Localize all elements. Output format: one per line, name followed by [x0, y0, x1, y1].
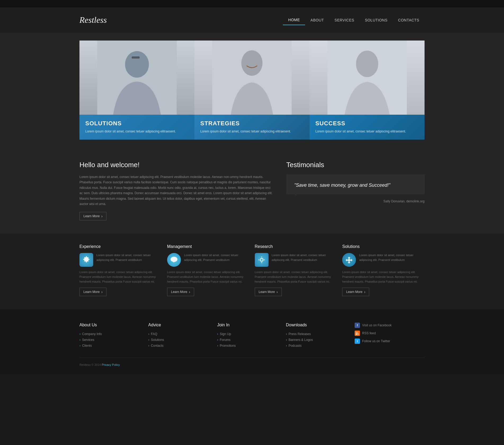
main-section: Hello and welcome! Lorem ipsum dolor sit… [0, 148, 504, 234]
twitter-link[interactable]: t Follow us on Twitter [355, 339, 425, 344]
feature-experience: Experience Lorem ipsum dolor sit amet, c… [79, 244, 162, 296]
hero-card-title-3: SUCCESS [315, 120, 419, 127]
footer-downloads-title: Downloads [286, 323, 344, 327]
footer-link-banners[interactable]: Banners & Logos [286, 338, 344, 342]
twitter-icon: t [355, 339, 360, 344]
features-grid: Experience Lorem ipsum dolor sit amet, c… [79, 244, 425, 296]
hero-card-title-2: STRATEGIES [200, 120, 304, 127]
hero-card-text-3: Lorem ipsum dolor sit amet, consec tetue… [315, 129, 419, 134]
hero-card-text-2: Lorem ipsum dolor sit amet, consec tetue… [200, 129, 304, 134]
welcome-learn-more-button[interactable]: Learn More [79, 212, 106, 220]
feature-body-experience: Lorem ipsum dolor sit amet, consec tetue… [79, 270, 162, 284]
privacy-policy-link[interactable]: Privacy Policy [102, 363, 120, 366]
feature-title-research: Research [255, 244, 337, 249]
nav-item-contacts[interactable]: CONTACTS [393, 15, 425, 25]
twitter-label: Follow us on Twitter [362, 339, 390, 343]
feature-solutions: Solutions Lorem ipsum dolor sit amet, co… [342, 244, 425, 296]
hero-card-success: SUCCESS Lorem ipsum dolor sit amet, cons… [310, 41, 425, 140]
welcome-section: Hello and welcome! Lorem ipsum dolor sit… [79, 161, 273, 220]
footer-col-advice: Advice FAQ Solutions Contacts [148, 323, 207, 350]
nav-item-services[interactable]: SERVICES [329, 15, 360, 25]
footer-joinin-title: Join In [217, 323, 275, 327]
footer-link-clients[interactable]: Clients [79, 344, 138, 348]
feature-body-solutions: Lorem ipsum dolor sit amet, consec tetue… [342, 270, 425, 284]
footer-advice-title: Advice [148, 323, 207, 327]
hero-image-1 [79, 41, 194, 115]
feature-learn-more-research[interactable]: Learn More [255, 288, 282, 296]
features-section: Experience Lorem ipsum dolor sit amet, c… [0, 234, 504, 309]
hero-image-3 [310, 41, 425, 115]
svg-point-6 [356, 51, 378, 77]
testimonial-quote: "Save time, save money, grow and Succeed… [294, 182, 417, 189]
nav-item-solutions[interactable]: SOLUTIONS [360, 15, 393, 25]
hero-card-solutions: SOLUTIONS Lorem ipsum dolor sit amet, co… [79, 41, 194, 140]
feature-short-text-research: Lorem ipsum dolor sit amet, consec tetue… [272, 253, 337, 267]
footer-about-title: About Us [79, 323, 138, 327]
hero-card-body-3: SUCCESS Lorem ipsum dolor sit amet, cons… [310, 115, 425, 140]
feature-top-experience: Lorem ipsum dolor sit amet, consec tetue… [79, 253, 162, 267]
feature-research: Research Lorem ipsum dolor sit amet, con… [255, 244, 337, 296]
feature-short-text-experience: Lorem ipsum dolor sit amet, consec tetue… [96, 253, 162, 267]
feature-title-solutions: Solutions [342, 244, 425, 249]
svg-point-9 [356, 334, 357, 335]
footer-link-contacts[interactable]: Contacts [148, 344, 207, 348]
footer: About Us Company Info Services Clients A… [0, 309, 504, 374]
feature-short-text-solutions: Lorem ipsum dolor sit amet, consec tetue… [359, 253, 425, 267]
nav-item-about[interactable]: ABOUT [305, 15, 329, 25]
svg-rect-2 [132, 56, 140, 59]
footer-link-services[interactable]: Services [79, 338, 138, 342]
footer-link-promotions[interactable]: Promotions [217, 344, 275, 348]
hero-section: SOLUTIONS Lorem ipsum dolor sit amet, co… [0, 33, 504, 148]
feature-learn-more-experience[interactable]: Learn More [79, 288, 106, 296]
feature-body-research: Lorem ipsum dolor sit amet, consec tetue… [255, 270, 337, 284]
footer-bottom: Restless © 2014 Privacy Policy [79, 358, 425, 366]
feature-short-text-management: Lorem ipsum dolor sit amet, consec tetue… [184, 253, 249, 267]
footer-link-press-releases[interactable]: Press Releases [286, 332, 344, 336]
footer-link-company-info[interactable]: Company Info [79, 332, 138, 336]
facebook-link[interactable]: f Visit us on Facebook [355, 323, 425, 328]
testimonials-section: Testimonials "Save time, save money, gro… [286, 161, 425, 220]
feature-learn-more-management[interactable]: Learn More [167, 288, 194, 296]
footer-link-solutions[interactable]: Solutions [148, 338, 207, 342]
testimonial-box: "Save time, save money, grow and Succeed… [286, 174, 425, 194]
hero-card-title-1: SOLUTIONS [85, 120, 189, 127]
feature-learn-more-solutions[interactable]: Learn More [342, 288, 369, 296]
footer-link-faq[interactable]: FAQ [148, 332, 207, 336]
welcome-title: Hello and welcome! [79, 161, 273, 169]
gear-icon [255, 253, 269, 267]
arrows-icon [342, 253, 356, 267]
rss-link[interactable]: RSS feed [355, 331, 425, 336]
hero-card-body-2: STRATEGIES Lorem ipsum dolor sit amet, c… [194, 115, 309, 140]
logo: Restless [79, 15, 107, 25]
hero-image-2 [194, 41, 309, 115]
nav: HOME ABOUT SERVICES SOLUTIONS CONTACTS [283, 15, 425, 25]
puzzle-icon [79, 253, 93, 267]
footer-columns: About Us Company Info Services Clients A… [79, 323, 425, 358]
feature-top-management: Lorem ipsum dolor sit amet, consec tetue… [167, 253, 249, 267]
svg-marker-8 [172, 261, 175, 262]
rss-label: RSS feed [362, 331, 376, 335]
footer-col-joinin: Join In Sign Up Forums Promotions [217, 323, 275, 350]
nav-item-home[interactable]: HOME [283, 15, 305, 25]
feature-title-management: Management [167, 244, 249, 249]
testimonials-title: Testimonials [286, 161, 425, 169]
feature-title-experience: Experience [79, 244, 162, 249]
footer-social: f Visit us on Facebook RSS feed t Follow… [355, 323, 425, 350]
facebook-icon: f [355, 323, 360, 328]
footer-link-signup[interactable]: Sign Up [217, 332, 275, 336]
footer-link-forums[interactable]: Forums [217, 338, 275, 342]
header: Restless HOME ABOUT SERVICES SOLUTIONS C… [0, 7, 504, 33]
bubble-icon [167, 253, 181, 267]
feature-top-research: Lorem ipsum dolor sit amet, consec tetue… [255, 253, 337, 267]
top-bar [0, 0, 504, 7]
facebook-label: Visit us on Facebook [362, 323, 391, 327]
footer-col-downloads: Downloads Press Releases Banners & Logos… [286, 323, 344, 350]
svg-point-1 [125, 51, 149, 78]
footer-link-podcasts[interactable]: Podcasts [286, 344, 344, 348]
copyright-text: Restless © 2014 [79, 363, 101, 366]
welcome-body: Lorem ipsum dolor sit amet, consec tetue… [79, 174, 273, 207]
rss-icon [355, 331, 360, 336]
svg-point-4 [241, 50, 262, 76]
hero-card-text-1: Lorem ipsum dolor sit amet, consec tetue… [85, 129, 189, 134]
testimonial-author: Sally Donuvian, demolink.org [286, 199, 425, 203]
